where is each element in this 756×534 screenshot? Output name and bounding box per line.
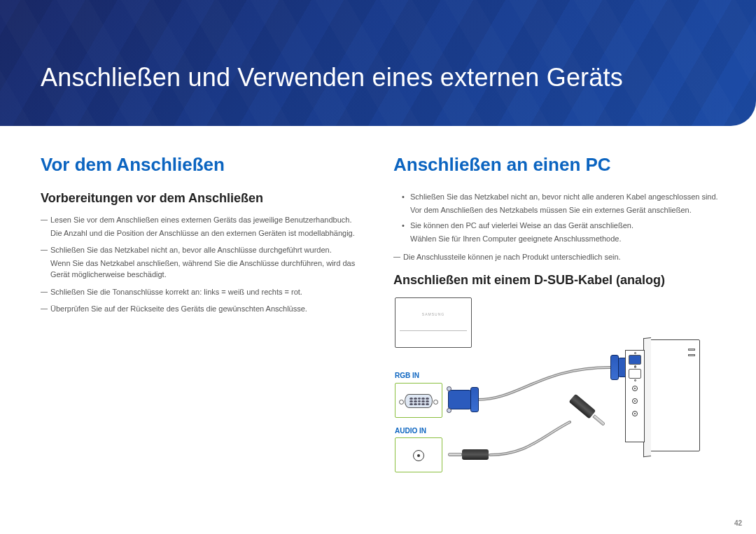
list-item-subtext: Vor dem Anschließen des Netzkabels müsse… <box>410 204 718 216</box>
audio-plug-left-icon <box>448 449 490 461</box>
list-item-subtext: Wenn Sie das Netzkabel anschließen, währ… <box>50 258 365 281</box>
audio-jack-icon <box>413 450 424 461</box>
pc-io-panel-icon <box>625 350 645 442</box>
list-item-subtext: Wählen Sie für Ihren Computer geeignete … <box>410 233 718 245</box>
list-item: Überprüfen Sie auf der Rückseite des Ger… <box>41 303 365 315</box>
left-column: Vor dem Anschließen Vorbereitungen vor d… <box>41 154 365 507</box>
list-item: Schließen Sie das Netzkabel nicht an, be… <box>41 244 365 281</box>
right-column: Anschließen an einen PC Schließen Sie da… <box>393 154 718 507</box>
list-item: Lesen Sie vor dem Anschließen eines exte… <box>41 214 365 239</box>
connection-diagram: SAMSUNG RGB IN AUDIO IN <box>393 297 701 507</box>
vga-socket-icon <box>405 394 433 408</box>
list-item-text: Die Anschlussteile können je nach Produk… <box>403 253 621 261</box>
list-item-text: Sie können den PC auf vielerlei Weise an… <box>410 221 634 230</box>
pc-dash-note: Die Anschlussteile können je nach Produk… <box>393 251 718 263</box>
audio-plug-right-icon <box>568 393 608 429</box>
list-item: Schließen Sie das Netzkabel nicht an, be… <box>393 191 718 216</box>
list-item-text: Schließen Sie das Netzkabel nicht an, be… <box>410 192 718 201</box>
section-heading-left: Vor dem Anschließen <box>41 154 365 176</box>
list-item: Die Anschlussteile können je nach Produk… <box>393 251 718 263</box>
list-item-text: Lesen Sie vor dem Anschließen eines exte… <box>50 216 351 224</box>
list-item-subtext: Die Anzahl und die Position der Anschlüs… <box>50 227 365 239</box>
audio-port-icon <box>395 437 442 472</box>
rgb-in-label: RGB IN <box>395 372 419 379</box>
chapter-banner: Anschließen und Verwenden eines externen… <box>0 0 756 126</box>
vga-plug-left-icon <box>448 387 479 412</box>
list-item-text: Überprüfen Sie auf der Rückseite des Ger… <box>50 304 307 313</box>
section-heading-right: Anschließen an einen PC <box>393 154 718 176</box>
page-number: 42 <box>734 519 742 527</box>
monitor-icon: SAMSUNG <box>395 297 472 348</box>
precheck-list: Lesen Sie vor dem Anschließen eines exte… <box>41 214 365 315</box>
pc-notes-list: Schließen Sie das Netzkabel nicht an, be… <box>393 191 718 244</box>
rgb-port-icon <box>395 383 442 418</box>
chapter-title: Anschließen und Verwenden eines externen… <box>0 0 756 92</box>
subsection-heading-right: Anschließen mit einem D-SUB-Kabel (analo… <box>393 273 718 288</box>
subsection-heading-left: Vorbereitungen vor dem Anschließen <box>41 191 365 206</box>
list-item: Sie können den PC auf vielerlei Weise an… <box>393 220 718 244</box>
monitor-brand-label: SAMSUNG <box>396 312 471 316</box>
pc-tower-icon <box>650 339 700 451</box>
page-content: Vor dem Anschließen Vorbereitungen vor d… <box>0 126 756 507</box>
list-item-text: Schließen Sie das Netzkabel nicht an, be… <box>50 246 332 254</box>
audio-in-label: AUDIO IN <box>395 427 426 435</box>
list-item: Schließen Sie die Tonanschlüsse korrekt … <box>41 286 365 298</box>
list-item-text: Schließen Sie die Tonanschlüsse korrekt … <box>50 288 302 296</box>
